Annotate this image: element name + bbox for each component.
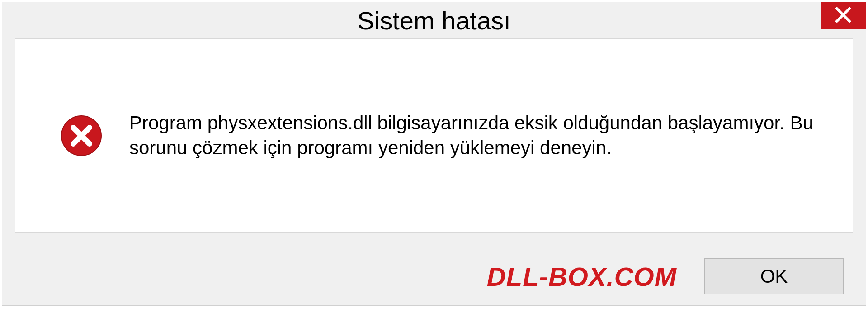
ok-button-label: OK: [760, 266, 788, 287]
titlebar: Sistem hatası: [2, 2, 866, 38]
content-panel: Program physxextensions.dll bilgisayarın…: [15, 38, 853, 233]
error-dialog: Sistem hatası Program physxextensions.dl…: [2, 2, 866, 306]
close-button[interactable]: [821, 2, 866, 29]
dialog-title: Sistem hatası: [357, 6, 510, 35]
error-message: Program physxextensions.dll bilgisayarın…: [129, 111, 835, 160]
watermark-text: DLL-BOX.COM: [487, 261, 677, 292]
error-icon: [61, 115, 102, 156]
dialog-footer: DLL-BOX.COM OK: [2, 258, 866, 294]
close-icon: [834, 6, 852, 26]
ok-button[interactable]: OK: [704, 258, 844, 294]
